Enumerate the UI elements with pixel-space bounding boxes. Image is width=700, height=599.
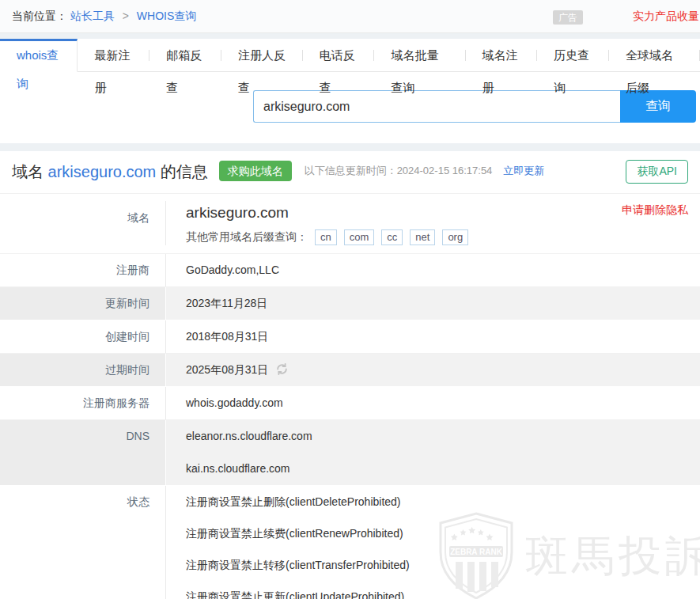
row-label: 状态 (0, 486, 166, 599)
update-now-link[interactable]: 立即更新 (503, 165, 544, 176)
title-domain: arkiseguro.com (48, 163, 157, 180)
refresh-icon[interactable] (275, 356, 289, 370)
suffix-query-label: 其他常用域名后缀查询： (186, 230, 308, 243)
value-line: 2018年08月31日 (186, 320, 700, 353)
table-row: 创建时间2018年08月31日 (0, 320, 700, 354)
breadcrumb-label: 当前位置： (12, 9, 67, 22)
row-label: 注册商服务器 (0, 387, 166, 419)
value-line: 注册商设置禁止续费(clientRenewProhibited) (186, 517, 700, 549)
row-value: whois.godaddy.com (166, 387, 700, 419)
suffix-tag-cn[interactable]: cn (315, 229, 337, 245)
ad-badge: 广告 (553, 10, 583, 25)
row-value: 2023年11月28日 (166, 287, 700, 320)
row-value: 注册商设置禁止删除(clientDeleteProhibited)注册商设置禁止… (166, 486, 700, 599)
table-row: 状态注册商设置禁止删除(clientDeleteProhibited)注册商设置… (0, 486, 700, 599)
table-row: 过期时间2025年08月31日 (0, 354, 700, 387)
result-title: 域名 arkiseguro.com 的信息 (12, 163, 208, 180)
suffix-query-line: 其他常用域名后缀查询：cncomccnetorg (186, 228, 700, 245)
value-line: eleanor.ns.cloudflare.com (186, 420, 700, 453)
row-value: eleanor.ns.cloudflare.comkai.ns.cloudfla… (166, 420, 700, 485)
row-value: 2018年08月31日 (166, 320, 700, 353)
ad-promo-link[interactable]: 实力产品收量 (633, 0, 700, 32)
breadcrumb-link-home[interactable]: 站长工具 (70, 9, 115, 22)
table-row-domain: 域名 arkiseguro.com 其他常用域名后缀查询：cncomccneto… (0, 194, 700, 254)
buy-domain-badge[interactable]: 求购此域名 (219, 161, 292, 181)
table-row: 注册商GoDaddy.com,LLC (0, 254, 700, 287)
row-label: 创建时间 (0, 320, 166, 353)
row-label: 更新时间 (0, 287, 166, 320)
row-label: 注册商 (0, 254, 166, 286)
suffix-tag-org[interactable]: org (442, 229, 468, 245)
row-label: 域名 (0, 201, 166, 245)
tab-6[interactable]: 域名注册 (466, 39, 538, 71)
title-prefix: 域名 (12, 163, 48, 180)
table-row: 更新时间2023年11月28日 (0, 287, 700, 320)
tab-0[interactable]: whois查询 (0, 39, 78, 72)
value-line: 2025年08月31日 (186, 354, 700, 386)
update-time-label: 以下信息更新时间：2024-02-15 16:17:54 (305, 165, 493, 176)
breadcrumb-link-current[interactable]: WHOIS查询 (137, 9, 196, 22)
row-value: arkiseguro.com 其他常用域名后缀查询：cncomccnetorg (166, 201, 700, 245)
get-api-button[interactable]: 获取API (626, 160, 688, 184)
row-label: DNS (0, 420, 166, 485)
table-row: 注册商服务器whois.godaddy.com (0, 387, 700, 420)
value-line: 注册商设置禁止更新(clientUpdateProhibited) (186, 581, 700, 599)
breadcrumb: 当前位置： 站长工具 > WHOIS查询 广告 实力产品收量 (0, 0, 700, 33)
table-row: DNSeleanor.ns.cloudflare.comkai.ns.cloud… (0, 420, 700, 486)
value-line: 注册商设置禁止删除(clientDeleteProhibited) (186, 486, 700, 517)
tab-8[interactable]: 全球域名后缀 (609, 39, 700, 71)
tab-7[interactable]: 历史查询 (537, 39, 609, 71)
whois-result-card: 域名 arkiseguro.com 的信息 求购此域名 以下信息更新时间：202… (0, 151, 700, 599)
row-value: 2025年08月31日 (166, 354, 700, 386)
delete-privacy-link[interactable]: 申请删除隐私 (622, 203, 688, 218)
whois-table-rows: 注册商GoDaddy.com,LLC更新时间2023年11月28日创建时间201… (0, 254, 700, 599)
value-line: 注册商设置禁止转移(clientTransferProhibited) (186, 549, 700, 581)
tab-5[interactable]: 域名批量查询 (374, 39, 465, 71)
value-line: GoDaddy.com,LLC (186, 254, 700, 286)
suffix-list: cncomccnetorg (308, 230, 468, 243)
tab-1[interactable]: 最新注册 (78, 39, 149, 71)
tab-bar: whois查询最新注册邮箱反查注册人反查电话反查域名批量查询域名注册历史查询全球… (0, 39, 700, 72)
tab-4[interactable]: 电话反查 (303, 39, 375, 71)
suffix-tag-net[interactable]: net (410, 229, 435, 245)
query-panel: whois查询最新注册邮箱反查注册人反查电话反查域名批量查询域名注册历史查询全球… (0, 39, 700, 143)
title-suffix: 的信息 (156, 163, 208, 180)
tab-2[interactable]: 邮箱反查 (149, 39, 221, 71)
value-line: kai.ns.cloudflare.com (186, 453, 700, 485)
suffix-tag-cc[interactable]: cc (381, 229, 403, 245)
row-label: 过期时间 (0, 354, 166, 386)
result-header: 域名 arkiseguro.com 的信息 求购此域名 以下信息更新时间：202… (0, 151, 700, 194)
tab-3[interactable]: 注册人反查 (221, 39, 303, 71)
row-value: GoDaddy.com,LLC (166, 254, 700, 286)
value-line: 2023年11月28日 (186, 287, 700, 320)
suffix-tag-com[interactable]: com (344, 229, 375, 245)
breadcrumb-separator: > (123, 9, 129, 22)
value-line: whois.godaddy.com (186, 387, 700, 419)
